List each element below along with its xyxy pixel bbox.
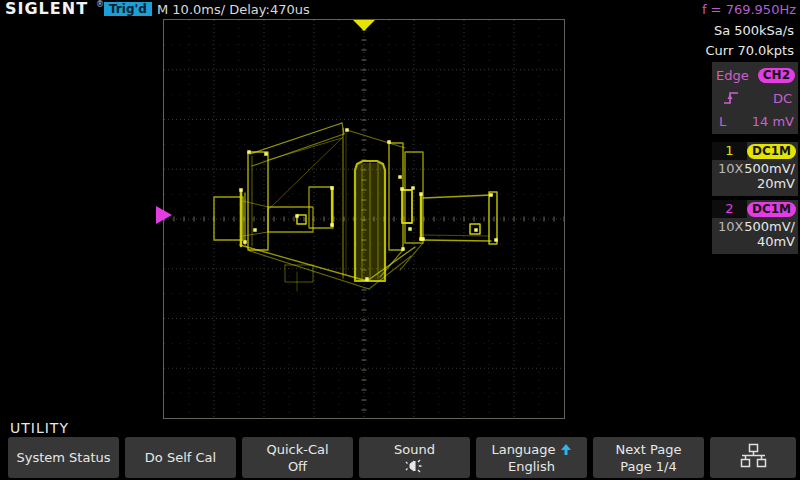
channel-2-number: 2 [712, 200, 747, 218]
channel-2-probe: 10X [718, 219, 743, 234]
channel-2-info: 2 DC1M 10X 500mV/ 40mV [712, 200, 798, 254]
channel-1-offset: 20mV [712, 176, 798, 191]
oscilloscope-screen: SIGLENT ® Trig'd M 10.0ms/ Delay:470us f… [0, 0, 800, 480]
channel-1-coupling-badge: DC1M [747, 144, 796, 159]
trigger-level-marker [156, 206, 172, 224]
menu-title: UTILITY [10, 420, 69, 436]
channel-2-offset: 40mV [712, 234, 798, 249]
softkey-menu: System StatusDo Self CalQuick-CalOffSoun… [8, 437, 800, 478]
sample-rate-readout: Sa 500kSa/s [714, 23, 794, 38]
menu-button-next-page[interactable]: Next PagePage 1/4 [593, 437, 704, 478]
memory-depth-readout: Curr 70.0kpts [705, 43, 794, 58]
channel-1-info: 1 DC1M 10X 500mV/ 20mV [712, 142, 798, 196]
trigger-coupling-label: DC [773, 91, 792, 106]
trigger-level-label: L [719, 114, 726, 129]
trigger-row-type: Edge CH2 [716, 65, 795, 85]
channel-1-probe: 10X [718, 161, 743, 176]
registered-mark-icon: ® [96, 0, 104, 9]
menu-button-label: System Status [16, 449, 110, 466]
menu-button-label: Language [491, 441, 571, 458]
menu-button-do-self-cal[interactable]: Do Self Cal [125, 437, 236, 478]
lan-icon [737, 443, 769, 473]
speaker-icon [404, 458, 426, 474]
trigger-type-label: Edge [716, 68, 749, 83]
channel-2-coupling-badge: DC1M [747, 202, 796, 217]
menu-button-quick-cal[interactable]: Quick-CalOff [242, 437, 353, 478]
trigger-position-marker [353, 20, 375, 31]
menu-button-language[interactable]: Language English [476, 437, 587, 478]
rising-edge-icon [722, 90, 740, 106]
menu-button-label: Sound [394, 441, 435, 458]
lan-status-panel [710, 437, 796, 478]
menu-button-sound[interactable]: Sound [359, 437, 470, 478]
channel-1-volts-div: 500mV/ [744, 161, 795, 176]
trigger-info-panel: Edge CH2 DC L 14 mV [712, 62, 798, 134]
trigger-source-badge: CH2 [758, 68, 795, 83]
trigger-row-slope: DC [716, 88, 795, 108]
channel-1-number: 1 [712, 142, 747, 160]
frequency-counter: f = 769.950Hz [702, 2, 796, 17]
waveform-display [163, 19, 565, 419]
menu-button-label: Off [288, 458, 307, 475]
menu-button-label: Do Self Cal [145, 449, 216, 466]
brand-logo: SIGLENT [5, 0, 88, 18]
channel-2-volts-div: 500mV/ [744, 219, 795, 234]
menu-button-label: Quick-Cal [266, 441, 328, 458]
trigger-level-value: 14 mV [752, 114, 794, 129]
menu-button-label: Page 1/4 [620, 458, 677, 475]
trigger-status-badge: Trig'd [104, 2, 152, 16]
trigger-row-level: L 14 mV [716, 111, 795, 131]
menu-buttons: System StatusDo Self CalQuick-CalOffSoun… [8, 437, 704, 478]
menu-button-label: Next Page [616, 441, 682, 458]
timebase-readout: M 10.0ms/ Delay:470us [157, 2, 310, 17]
menu-button-system-status[interactable]: System Status [8, 437, 119, 478]
top-bar: SIGLENT ® Trig'd M 10.0ms/ Delay:470us f… [0, 0, 800, 18]
menu-button-label: English [508, 458, 555, 475]
